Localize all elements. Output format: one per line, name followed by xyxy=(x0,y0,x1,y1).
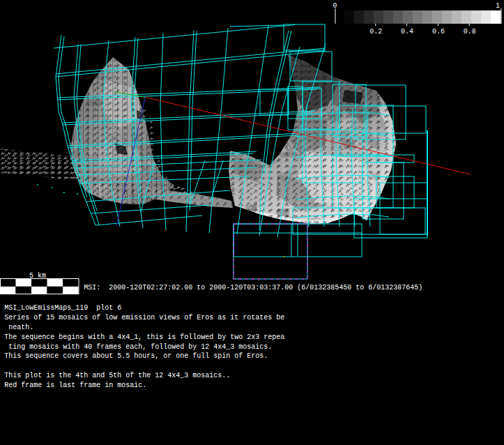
svg-text:0.6: 0.6 xyxy=(432,27,445,36)
svg-text:ting mosaics with 40 frames ea: ting mosaics with 40 frames each, follow… xyxy=(4,342,272,351)
svg-text:0.4: 0.4 xyxy=(401,27,413,36)
svg-text:The sequence begins with a 4x4: The sequence begins with a 4x4_1, this i… xyxy=(4,332,284,341)
svg-text:0.2: 0.2 xyxy=(369,27,382,36)
svg-text:Series of 15 mosaics of low em: Series of 15 mosaics of low emission vie… xyxy=(4,312,284,322)
svg-text:0.8: 0.8 xyxy=(464,27,476,36)
svg-text:5 km: 5 km xyxy=(29,271,46,280)
svg-text:1: 1 xyxy=(496,1,500,10)
svg-text:MSI_LowEmissMaps_119 plot 6: MSI_LowEmissMaps_119 plot 6 xyxy=(4,303,121,312)
svg-text:0: 0 xyxy=(333,1,337,10)
svg-text:This plot is the 4th and 5th o: This plot is the 4th and 5th of the 12 4… xyxy=(4,370,230,379)
svg-text:MSI: 2000-120T02:27:02.00 to: MSI: 2000-120T02:27:02.00 to 2000-120T03… xyxy=(84,282,422,292)
svg-text:Red frame is last frame in mos: Red frame is last frame in mosaic. xyxy=(4,380,146,389)
svg-text:neath.: neath. xyxy=(4,322,33,331)
svg-text:This sequence covers about 5.5: This sequence covers about 5.5 hours, or… xyxy=(4,351,268,360)
